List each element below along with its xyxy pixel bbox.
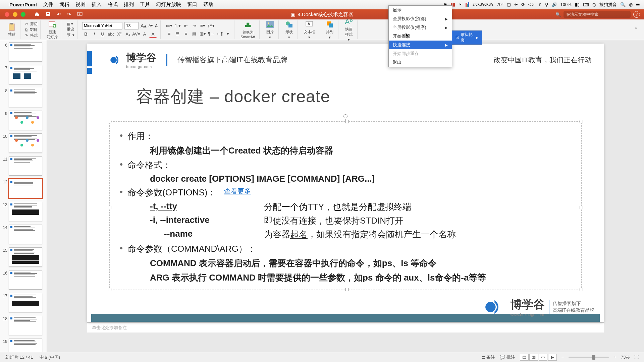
thumbnail-slide-18[interactable]: 18: [1, 316, 45, 335]
clock-icon[interactable]: ◷: [592, 2, 596, 7]
thumbnail-slide-15[interactable]: 15: [1, 247, 45, 267]
menu-insert[interactable]: 插入: [92, 1, 102, 8]
grow-font-button[interactable]: A▴: [141, 23, 147, 29]
language-indicator[interactable]: 中文(中国): [40, 354, 60, 360]
slide-thumbnails-panel[interactable]: 678910111213141516171819: [0, 40, 47, 352]
thumbnail-slide-17[interactable]: 17: [1, 293, 45, 312]
cut-button[interactable]: ✂剪切: [25, 21, 38, 26]
numbering-button[interactable]: ⒈▾: [174, 22, 181, 29]
rtl-button[interactable]: ←¶: [216, 31, 223, 37]
comments-toggle[interactable]: 💬 批注: [500, 354, 515, 360]
thumbnail-slide-11[interactable]: 11: [1, 156, 45, 176]
notes-placeholder[interactable]: 单击此处添加备注: [87, 322, 604, 333]
zoom-value[interactable]: 73%: [621, 355, 630, 360]
thumbnail-slide-9[interactable]: 9: [1, 111, 45, 130]
istat-icon[interactable]: [466, 2, 469, 7]
align-left-button[interactable]: ≡: [165, 31, 173, 37]
compass-icon[interactable]: ✈: [514, 2, 518, 7]
bullets-button[interactable]: ≔▾: [165, 22, 173, 29]
content-textbox[interactable]: •作用： 利用镜像创建出一个Created 状态的待启动容器 •命令格式： do…: [109, 121, 582, 290]
menu-view[interactable]: 视图: [75, 1, 86, 8]
indent-right-button[interactable]: ⇥: [191, 22, 198, 29]
thumbnail-slide-8[interactable]: 8: [1, 88, 45, 107]
slideshow-icon[interactable]: [77, 11, 83, 18]
highlight-button[interactable]: A: [141, 31, 148, 38]
resize-handle-br[interactable]: [580, 288, 583, 291]
slide-canvas[interactable]: 博学谷boxuegu.com 传智播客旗下高端IT在线教育品牌 改变中国IT教育…: [87, 44, 604, 322]
rotate-handle[interactable]: [343, 114, 347, 118]
spotlight-icon[interactable]: 🔍: [620, 2, 626, 7]
font-size-combo[interactable]: [124, 22, 139, 29]
resize-handle-tl[interactable]: [108, 120, 111, 123]
thumbnail-slide-12[interactable]: 12: [1, 179, 45, 198]
arrange-button[interactable]: 排列▾: [324, 19, 335, 40]
cm-fullscreen-preview[interactable]: 全屏投影仪(预览)▶: [389, 14, 452, 23]
slide-title[interactable]: 容器创建 – docker create: [136, 85, 592, 108]
cm-exit[interactable]: 退出: [389, 58, 452, 67]
thumbnail-slide-16[interactable]: 16: [1, 270, 45, 290]
format-painter-button[interactable]: ✎格式: [25, 33, 38, 38]
home-icon[interactable]: [34, 11, 40, 18]
menu-tools[interactable]: 工具: [140, 1, 150, 8]
align-right-button[interactable]: ≡: [182, 31, 190, 37]
redo-icon[interactable]: ↷: [67, 12, 71, 17]
scissors-icon[interactable]: ✂: [459, 2, 462, 7]
reading-view-button[interactable]: ▭: [539, 354, 547, 361]
code-icon[interactable]: < >: [528, 2, 535, 7]
wifi-icon[interactable]: ⚲: [545, 2, 548, 7]
font-color-button[interactable]: A: [149, 31, 157, 38]
align-center-button[interactable]: ☰: [174, 31, 181, 37]
thumbnail-slide-13[interactable]: 13: [1, 202, 45, 221]
volume-icon[interactable]: 🔊: [552, 2, 557, 7]
up-icon[interactable]: ⇧: [538, 2, 542, 7]
link-more[interactable]: 查看更多: [224, 187, 251, 198]
fit-window-button[interactable]: ⛶: [634, 355, 639, 360]
underline-button[interactable]: U: [99, 31, 106, 38]
battery-icon[interactable]: ▮▯: [575, 2, 580, 7]
paste-button[interactable]: 粘贴: [6, 22, 17, 38]
normal-view-button[interactable]: ▤: [520, 354, 529, 361]
resize-handle-bl[interactable]: [108, 288, 111, 291]
siri-icon[interactable]: ◎: [629, 2, 633, 7]
minimize-window-button[interactable]: [13, 12, 17, 17]
line-spacing-button[interactable]: ≡▾: [199, 22, 206, 29]
shrink-font-button[interactable]: A▾: [149, 23, 153, 28]
cm-quick-connect[interactable]: 快速连接▶: [389, 41, 452, 49]
italic-button[interactable]: I: [91, 31, 98, 38]
menu-file[interactable]: 文件: [43, 1, 53, 8]
ime-label[interactable]: 搜狗拼音: [599, 2, 617, 8]
new-slide-button[interactable]: 新建 幻灯片: [45, 19, 59, 40]
monitor-icon[interactable]: ▢: [507, 2, 511, 7]
bold-button[interactable]: B: [82, 31, 90, 38]
smartart-button[interactable]: ▟▙转换为 SmartArt: [239, 20, 256, 40]
undo-icon[interactable]: ↶: [57, 12, 61, 17]
resize-handle-ml[interactable]: [108, 206, 111, 209]
app-name[interactable]: PowerPoint: [9, 2, 37, 7]
thumbnail-slide-19[interactable]: 19: [1, 339, 45, 352]
sync-icon[interactable]: ⟳: [521, 2, 525, 7]
reset-button[interactable]: 重设: [67, 27, 74, 32]
indent-left-button[interactable]: ⇤: [182, 22, 190, 29]
text-direction-button[interactable]: ↕A▾: [207, 22, 215, 29]
resize-handle-mr[interactable]: [580, 206, 583, 209]
collapse-ribbon-button[interactable]: ˄: [631, 26, 641, 33]
close-window-button[interactable]: [5, 12, 9, 17]
lang-icon[interactable]: En: [583, 3, 589, 6]
search-input[interactable]: [564, 11, 631, 18]
font-name-combo[interactable]: [82, 22, 122, 29]
layout-button[interactable]: ▦ ▾: [67, 22, 74, 26]
thumbnail-slide-7[interactable]: 7: [1, 65, 45, 84]
thumbnail-slide-14[interactable]: 14: [1, 225, 45, 244]
copy-button[interactable]: ⎘复制: [25, 27, 38, 32]
textbox-button[interactable]: A文本框▾: [303, 19, 316, 40]
sorter-view-button[interactable]: ▦: [529, 354, 538, 361]
justify-button[interactable]: ▤: [191, 31, 198, 37]
resize-handle-bc[interactable]: [345, 288, 349, 291]
zoom-slider[interactable]: [569, 357, 609, 358]
menu-window[interactable]: 窗口: [187, 1, 197, 8]
quick-styles-button[interactable]: Aᵇ快速 样式▾: [343, 17, 355, 43]
thumbnail-slide-10[interactable]: 10: [1, 133, 45, 153]
align-text-button[interactable]: ▾: [224, 31, 231, 37]
cm-start-stream[interactable]: 开始推流: [389, 32, 452, 41]
char-spacing-button[interactable]: AV▾: [132, 31, 140, 38]
